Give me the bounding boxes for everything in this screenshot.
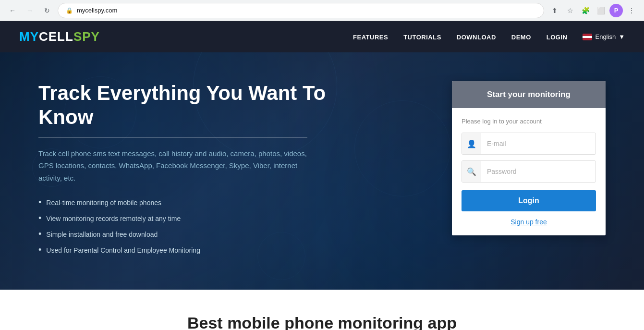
- forward-button[interactable]: →: [23, 4, 36, 17]
- logo-cell: CELL: [39, 29, 73, 44]
- bookmark-button[interactable]: ☆: [563, 4, 577, 17]
- email-input-group: 👤: [462, 133, 596, 155]
- login-card-header: Start your monitoring: [452, 81, 606, 108]
- hero-section: Track Everything You Want To Know Track …: [0, 52, 644, 290]
- lock-search-icon: 🔍: [462, 161, 481, 182]
- login-subtitle: Please log in to your account: [462, 118, 596, 125]
- flag-icon: [583, 34, 592, 40]
- url-input[interactable]: [77, 7, 536, 14]
- extensions-button[interactable]: 🧩: [579, 4, 592, 17]
- browser-chrome: ← → ↻ 🔒 ⬆ ☆ 🧩 ⬜ P ⋮: [0, 0, 644, 21]
- nav-tutorials[interactable]: TUTORIALS: [403, 34, 441, 41]
- hero-title: Track Everything You Want To Know: [38, 81, 375, 130]
- nav-demo[interactable]: DEMO: [511, 34, 531, 41]
- bullet-4: Used for Parental Control and Employee M…: [38, 245, 375, 255]
- reload-button[interactable]: ↻: [40, 4, 54, 17]
- share-button[interactable]: ⬆: [548, 4, 561, 17]
- back-button[interactable]: ←: [6, 4, 19, 17]
- site-logo[interactable]: MYCELLSPY: [19, 29, 100, 44]
- bottom-section: Best mobile phone monitoring app Monitor…: [0, 290, 644, 330]
- login-card: Start your monitoring Please log in to y…: [452, 81, 606, 235]
- language-label: English: [595, 33, 616, 40]
- chevron-down-icon: ▼: [619, 33, 625, 40]
- profile-avatar[interactable]: P: [609, 4, 623, 17]
- login-card-body: Please log in to your account 👤 🔍 Login …: [452, 108, 606, 235]
- lock-icon: 🔒: [66, 7, 73, 14]
- hero-divider: [38, 137, 307, 138]
- address-bar[interactable]: 🔒: [58, 3, 544, 18]
- site-nav: MYCELLSPY FEATURES TUTORIALS DOWNLOAD DE…: [0, 21, 644, 52]
- user-icon: 👤: [462, 133, 481, 154]
- nav-features[interactable]: FEATURES: [353, 34, 388, 41]
- bullet-2: View monitoring records remotely at any …: [38, 213, 375, 223]
- hero-content: Track Everything You Want To Know Track …: [38, 81, 375, 261]
- nav-login[interactable]: LOGIN: [547, 34, 568, 41]
- bottom-title: Best mobile phone monitoring app: [19, 314, 625, 330]
- logo-my: MY: [19, 29, 39, 44]
- split-view-button[interactable]: ⬜: [594, 4, 608, 17]
- signup-link[interactable]: Sign up free: [462, 218, 596, 226]
- logo-spy: SPY: [73, 29, 100, 44]
- nav-download[interactable]: DOWNLOAD: [457, 34, 496, 41]
- language-selector[interactable]: English ▼: [583, 33, 625, 40]
- login-button[interactable]: Login: [462, 190, 596, 211]
- login-card-title: Start your monitoring: [462, 90, 596, 99]
- bullet-1: Real-time monitoring of mobile phones: [38, 197, 375, 208]
- hero-description: Track cell phone sms text messages, call…: [38, 147, 317, 184]
- password-input-group: 🔍: [462, 160, 596, 183]
- email-input[interactable]: [481, 135, 595, 152]
- bullet-3: Simple installation and free download: [38, 229, 375, 239]
- nav-links: FEATURES TUTORIALS DOWNLOAD DEMO LOGIN E…: [353, 33, 625, 41]
- hero-bullets: Real-time monitoring of mobile phones Vi…: [38, 197, 375, 255]
- browser-toolbar: ⬆ ☆ 🧩 ⬜ P ⋮: [548, 4, 638, 17]
- password-input[interactable]: [481, 163, 595, 180]
- menu-button[interactable]: ⋮: [625, 4, 638, 17]
